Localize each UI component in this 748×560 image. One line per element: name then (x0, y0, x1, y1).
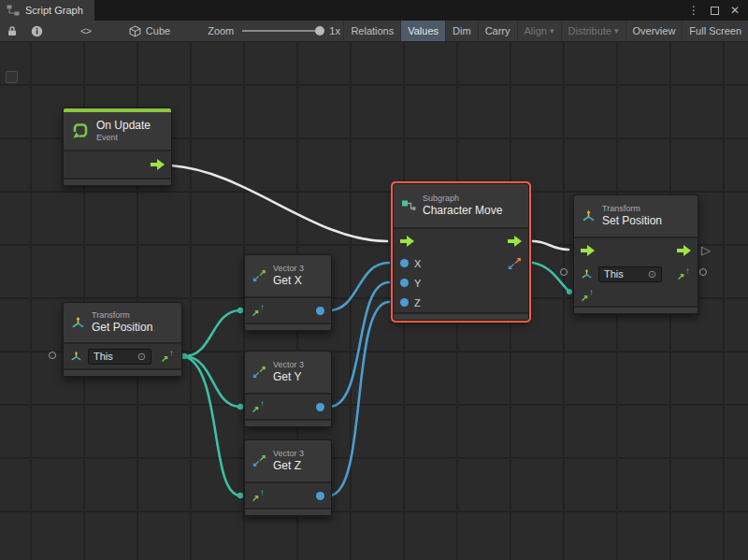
toolbar-buttons: Relations Values Dim Carry Align ▾ Distr… (343, 21, 748, 41)
flow-in-port[interactable] (581, 245, 595, 256)
toolbar-button-carry[interactable]: Carry (478, 21, 517, 41)
node-title: On Update (96, 119, 151, 133)
node-title: Set Position (602, 214, 662, 228)
zoom-label: Zoom (208, 25, 234, 36)
node-get-z[interactable]: Vector 3 Get Z (244, 439, 332, 516)
subgraph-icon (401, 199, 416, 212)
node-title: Character Move (423, 204, 502, 218)
node-title: Get Y (273, 370, 304, 384)
node-get-y[interactable]: Vector 3 Get Y (244, 351, 332, 427)
node-type: Event (96, 133, 151, 143)
inspect-button[interactable] (24, 21, 50, 41)
zoom-slider[interactable] (242, 30, 321, 32)
toolbar-button-values[interactable]: Values (400, 21, 445, 41)
toolbar-button-overview[interactable]: Overview (626, 21, 683, 41)
tab-script-graph[interactable]: Script Graph (0, 0, 94, 21)
zoom-control: Zoom 1x (208, 25, 340, 36)
value-out-port[interactable] (316, 492, 324, 500)
target-label: Cube (146, 25, 170, 36)
node-title: Get X (273, 274, 304, 288)
node-type: Vector 3 (273, 264, 304, 274)
value-port-y[interactable] (400, 279, 409, 287)
on-update-icon (71, 122, 90, 139)
graph-toolbar: <> Cube Zoom 1x Relations Values Dim (0, 21, 748, 42)
node-type: Transform (92, 310, 152, 321)
target-dot-icon: ⊙ (648, 268, 656, 280)
lock-icon (7, 25, 18, 36)
node-character-move[interactable]: Subgraph Character Move X Y Z (393, 183, 529, 321)
node-type: Vector 3 (273, 449, 304, 459)
node-footer (394, 312, 528, 320)
node-get-x[interactable]: Vector 3 Get X (244, 254, 332, 331)
node-footer (245, 419, 331, 426)
toolbar-button-relations[interactable]: Relations (343, 21, 400, 41)
toolbar-button-distribute[interactable]: Distribute ▾ (561, 21, 626, 41)
node-footer (245, 508, 331, 515)
menu-icon[interactable]: ⋮ (688, 4, 699, 17)
node-title: Get Z (273, 459, 304, 473)
vector-in-port[interactable] (252, 489, 266, 502)
node-footer (64, 368, 181, 376)
port-label-x: X (414, 258, 421, 269)
value-port-x[interactable] (400, 259, 409, 267)
lock-button[interactable] (0, 21, 24, 41)
flow-out-port[interactable] (151, 159, 165, 170)
flow-out-port[interactable] (508, 236, 522, 247)
node-get-position[interactable]: Transform Get Position This ⊙ (63, 302, 182, 377)
chevron-down-icon: ▾ (614, 26, 619, 36)
transform-icon (581, 268, 593, 280)
vector3-icon (252, 454, 266, 467)
info-icon (31, 25, 43, 37)
node-footer (64, 178, 171, 185)
value-out-port[interactable] (316, 307, 324, 315)
vector-out-port[interactable] (161, 350, 175, 363)
toolbar-button-align[interactable]: Align ▾ (517, 21, 561, 41)
value-out-port[interactable] (316, 403, 324, 411)
transform-icon (71, 316, 85, 329)
unconnected-flow-port[interactable]: ▷ (701, 244, 711, 256)
close-icon[interactable]: ✕ (730, 4, 740, 17)
maximize-icon[interactable] (711, 7, 719, 15)
port-label-y: Y (414, 278, 421, 289)
unconnected-port-getposition-this[interactable] (49, 352, 56, 359)
graph-target[interactable]: Cube (129, 25, 170, 37)
transform-icon (582, 209, 596, 223)
vector-in-port[interactable] (252, 304, 266, 317)
script-graph-window: Script Graph ⋮ ✕ <> (0, 0, 748, 560)
node-type: Subgraph (423, 194, 502, 204)
node-set-position[interactable]: Transform Set Position This ⊙ (573, 194, 698, 314)
zoom-value: 1x (329, 25, 340, 36)
flow-in-port[interactable] (400, 236, 414, 247)
tab-title: Script Graph (25, 5, 83, 16)
node-title: Get Position (92, 321, 152, 335)
flow-out-port[interactable] (677, 245, 691, 256)
vector3-icon (252, 366, 266, 379)
vector-in-port[interactable] (252, 400, 266, 413)
node-footer (574, 306, 698, 313)
unconnected-port-setposition-out[interactable] (699, 268, 707, 276)
node-type: Transform (602, 204, 662, 214)
graph-inspector-toggle[interactable] (6, 71, 18, 83)
position-value-port[interactable] (581, 289, 595, 302)
target-dot-icon: ⊙ (137, 351, 146, 363)
toolbar-button-fullscreen[interactable]: Full Screen (682, 21, 748, 41)
value-port-z[interactable] (400, 298, 409, 307)
source-button[interactable]: <> (74, 21, 97, 41)
zoom-slider-handle[interactable] (315, 26, 324, 36)
window-controls: ⋮ ✕ (688, 0, 748, 21)
node-on-update[interactable]: On Update Event (63, 108, 172, 186)
node-footer (245, 323, 331, 330)
chevron-down-icon: ▾ (550, 26, 554, 36)
vector-out-port[interactable] (677, 267, 691, 280)
vector3-icon (252, 269, 266, 282)
port-label-z: Z (414, 297, 421, 309)
unconnected-port-setposition-this[interactable] (560, 268, 568, 276)
vector-out-port[interactable] (508, 257, 522, 270)
tab-bar: Script Graph ⋮ ✕ (0, 0, 748, 21)
node-type: Vector 3 (273, 360, 304, 370)
this-field[interactable]: This ⊙ (88, 349, 151, 365)
toolbar-button-dim[interactable]: Dim (445, 21, 478, 41)
cube-icon (129, 25, 141, 37)
this-field[interactable]: This ⊙ (598, 266, 662, 282)
transform-icon (70, 351, 82, 362)
